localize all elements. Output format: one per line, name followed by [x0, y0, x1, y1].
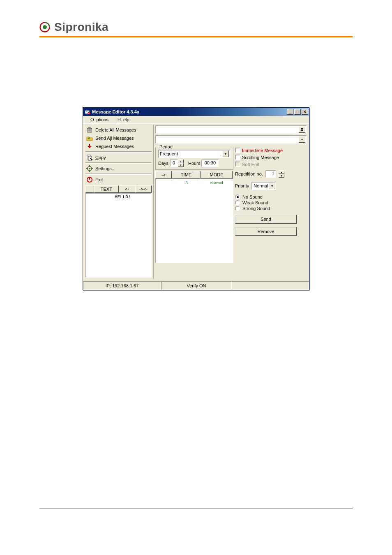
- period-group: Period Frequent ▼ Days 0 ▲: [155, 147, 233, 170]
- th-blank[interactable]: [85, 185, 94, 193]
- left-table-header: TEXT <- -><-: [85, 185, 152, 193]
- checkbox-icon: [235, 162, 240, 167]
- sidebar-settings[interactable]: Settings...: [85, 164, 152, 173]
- sidebar: Delete All Messages Send All Messages Re…: [84, 125, 154, 279]
- minimize-button[interactable]: _: [287, 109, 293, 115]
- priority-value: Normal: [254, 183, 268, 188]
- chk-scrolling[interactable]: Scrolling Message: [235, 154, 307, 161]
- priority-select[interactable]: Normal ▼: [251, 182, 276, 190]
- power-icon: [86, 176, 93, 183]
- download-arrow-icon: [86, 143, 93, 150]
- remove-button[interactable]: Remove: [235, 227, 297, 236]
- sidebar-label: Send All Messages: [95, 136, 134, 141]
- status-empty: [232, 282, 309, 290]
- send-button[interactable]: Send: [235, 215, 297, 224]
- checkbox-icon[interactable]: [235, 148, 240, 153]
- svg-rect-21: [301, 129, 303, 130]
- sidebar-copy[interactable]: Copy: [85, 153, 152, 162]
- menubar: Options Help: [83, 116, 309, 124]
- days-value[interactable]: 0: [170, 160, 178, 167]
- spin-down-icon[interactable]: ▼: [279, 174, 284, 178]
- rep-input[interactable]: 1: [265, 170, 276, 178]
- th-mode[interactable]: MODE: [201, 171, 233, 178]
- row-mode: normal: [201, 179, 233, 262]
- dropdown-icon[interactable]: ▼: [299, 136, 305, 143]
- top-combo-1[interactable]: [155, 125, 307, 134]
- th-time[interactable]: TIME: [172, 171, 201, 178]
- sidebar-exit[interactable]: Exit: [85, 176, 152, 184]
- page-footer-rule: [39, 508, 353, 509]
- th-left[interactable]: <-: [119, 185, 135, 193]
- dropdown-icon[interactable]: [299, 126, 305, 133]
- days-label: Days: [158, 161, 168, 166]
- sidebar-request[interactable]: Request Messages: [85, 142, 152, 150]
- spin-down-icon[interactable]: ▼: [178, 163, 184, 167]
- chk-soft-end: Soft End: [235, 161, 307, 168]
- sidebar-delete-all[interactable]: Delete All Messages: [85, 126, 152, 134]
- window-title: Message Editor 4.3.4a: [92, 109, 139, 114]
- radio-no-sound[interactable]: No Sound: [235, 194, 307, 200]
- chk-label: Scrolling Message: [242, 155, 279, 160]
- sidebar-label: Delete All Messages: [95, 127, 136, 132]
- status-ip: IP: 192.168.1.67: [83, 282, 161, 290]
- svg-point-13: [89, 168, 90, 169]
- radio-label: Weak Sound: [242, 200, 268, 205]
- radio-icon[interactable]: [235, 206, 240, 211]
- titlebar[interactable]: Message Editor 4.3.4a _ □ ✕: [83, 108, 309, 116]
- hours-value[interactable]: 00:30: [201, 160, 219, 167]
- row-time: 3: [173, 179, 201, 262]
- th-center[interactable]: -><-: [135, 185, 152, 193]
- copy-icon: [86, 154, 93, 161]
- period-type-select[interactable]: Frequent ▼: [158, 150, 231, 158]
- sidebar-label: Request Messages: [95, 144, 134, 149]
- mid-table-header: -> TIME MODE: [155, 171, 233, 178]
- th-right[interactable]: ->: [155, 171, 172, 178]
- priority-label: Priority: [235, 183, 249, 188]
- menu-options[interactable]: Options: [85, 117, 111, 123]
- status-verify: Verify ON: [161, 282, 232, 290]
- svg-rect-22: [301, 130, 303, 130]
- statusbar: IP: 192.168.1.67 Verify ON: [83, 281, 309, 290]
- radio-strong-sound[interactable]: Strong Sound: [235, 206, 307, 211]
- chk-immediate[interactable]: Immediate Message: [235, 147, 307, 154]
- menu-help[interactable]: Help: [113, 117, 132, 123]
- sidebar-send-all[interactable]: Send All Messages: [85, 134, 152, 142]
- brand-header: Sipronika: [39, 21, 353, 37]
- spin-up-icon[interactable]: ▲: [279, 170, 284, 174]
- radio-label: Strong Sound: [242, 206, 270, 211]
- mid-table-body[interactable]: 3 normal: [155, 178, 233, 263]
- period-legend: Period: [158, 144, 174, 149]
- radio-label: No Sound: [242, 194, 263, 199]
- left-table-body[interactable]: HELLO!: [85, 193, 152, 278]
- repetition-row: Repetition no. 1 ▲ ▼: [235, 170, 307, 178]
- brand-name: Sipronika: [54, 21, 108, 34]
- maximize-button[interactable]: □: [294, 109, 301, 115]
- svg-point-1: [43, 25, 47, 29]
- spin-up-icon[interactable]: ▲: [178, 160, 184, 163]
- hours-label: Hours: [188, 161, 200, 166]
- app-window: Message Editor 4.3.4a _ □ ✕ Options Help…: [83, 107, 309, 290]
- chk-label: Immediate Message: [242, 148, 283, 153]
- sidebar-label: Exit: [95, 177, 103, 182]
- dropdown-icon[interactable]: ▼: [269, 183, 275, 189]
- radio-icon[interactable]: [235, 200, 240, 205]
- period-type-value: Frequent: [160, 151, 178, 156]
- brand-logo-icon: [39, 22, 50, 32]
- checkbox-icon[interactable]: [235, 155, 240, 160]
- days-spinner[interactable]: 0 ▲ ▼: [170, 160, 184, 167]
- top-combo-2[interactable]: ▼: [155, 135, 307, 143]
- close-button[interactable]: ✕: [302, 109, 308, 115]
- row-text: HELLO!: [95, 194, 151, 277]
- send-folder-icon: [86, 135, 93, 141]
- chk-label: Soft End: [242, 162, 259, 167]
- sidebar-label: Copy: [95, 155, 106, 160]
- th-text[interactable]: TEXT: [94, 185, 118, 193]
- priority-row: Priority Normal ▼: [235, 182, 307, 190]
- rep-label: Repetition no.: [235, 171, 263, 176]
- gear-icon: [86, 165, 93, 172]
- radio-weak-sound[interactable]: Weak Sound: [235, 200, 307, 206]
- dropdown-icon[interactable]: ▼: [222, 150, 229, 157]
- radio-icon[interactable]: [235, 194, 240, 199]
- svg-rect-20: [301, 128, 303, 129]
- options-col: Immediate Message Scrolling Message Soft…: [235, 145, 307, 263]
